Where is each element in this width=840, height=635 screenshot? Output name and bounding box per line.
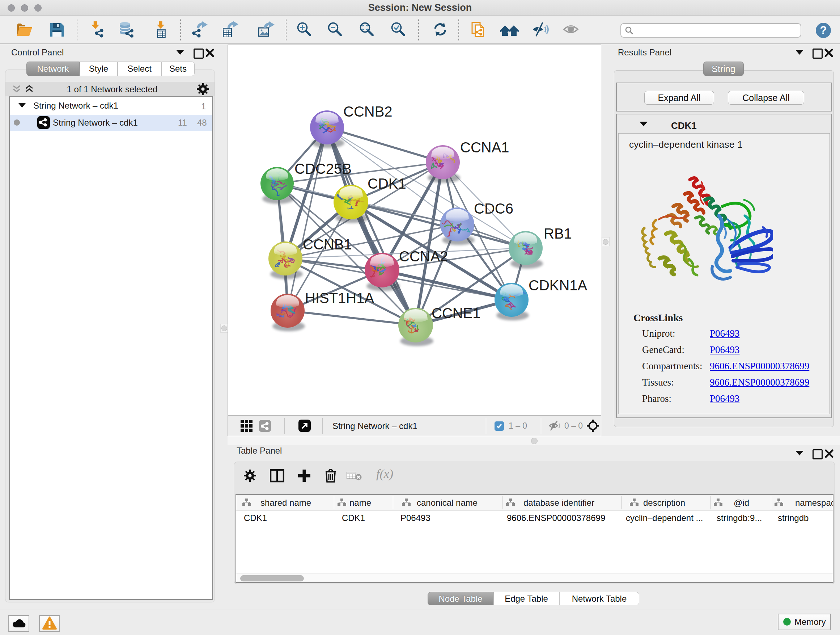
svg-text:CCNA2: CCNA2 — [399, 249, 448, 264]
svg-text:RB1: RB1 — [544, 226, 572, 241]
svg-text:HIST1H1A: HIST1H1A — [305, 290, 374, 306]
svg-text:CDC25B: CDC25B — [294, 161, 352, 177]
svg-text:CCNA1: CCNA1 — [460, 139, 509, 155]
svg-text:CCNE1: CCNE1 — [431, 305, 481, 321]
svg-text:CDK1: CDK1 — [368, 176, 406, 192]
svg-text:CCNB2: CCNB2 — [343, 103, 393, 119]
svg-text:CCNB1: CCNB1 — [303, 236, 352, 252]
svg-text:CDKN1A: CDKN1A — [529, 277, 587, 293]
svg-text:CDC6: CDC6 — [474, 201, 513, 217]
